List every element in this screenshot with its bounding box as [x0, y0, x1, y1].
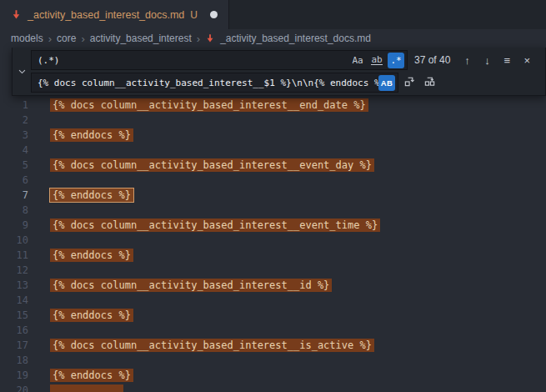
find-match: {% docs column__activity_based_interest_…: [50, 158, 374, 172]
close-find-button[interactable]: ×: [518, 51, 536, 69]
line-number: 19: [0, 369, 28, 381]
line-number: 13: [0, 279, 28, 291]
line-number: 1: [0, 99, 28, 111]
line-number: 15: [0, 309, 28, 321]
line-content[interactable]: {% docs column__activity_based_interest_…: [50, 219, 380, 231]
code-line[interactable]: 17{% docs column__activity_based_interes…: [0, 338, 546, 353]
find-match: {% docs column__activity_based_interest_…: [50, 219, 380, 232]
line-content[interactable]: {% docs column__activity_based_interest_…: [50, 279, 332, 291]
code-line[interactable]: 13{% docs column__activity_based_interes…: [0, 278, 546, 293]
line-number: 10: [0, 234, 28, 246]
toggle-replace-button[interactable]: [13, 50, 31, 93]
line-content[interactable]: {% enddocs %}: [50, 369, 133, 381]
find-match: {% enddocs %}: [50, 309, 133, 322]
breadcrumb-item-file[interactable]: _activity_based_interest_docs.md: [220, 33, 371, 44]
find-match-current: {% enddocs %}: [50, 188, 133, 202]
code-lines: 1{% docs column__activity_based_interest…: [0, 48, 546, 392]
match-count: 37 of 40: [414, 54, 450, 66]
code-line[interactable]: 5{% docs column__activity_based_interest…: [0, 158, 546, 173]
line-content[interactable]: {% enddocs %}: [50, 129, 133, 141]
find-match: {% enddocs %}: [50, 249, 133, 262]
next-match-button[interactable]: ↓: [478, 51, 496, 69]
line-content[interactable]: [50, 384, 123, 392]
line-content[interactable]: {% docs column__activity_based_interest_…: [50, 339, 374, 351]
line-number: 17: [0, 339, 28, 351]
breadcrumb-item-core[interactable]: core: [57, 33, 76, 44]
find-in-selection-button[interactable]: ≡: [498, 51, 516, 69]
code-line[interactable]: 6: [0, 173, 546, 188]
code-line[interactable]: 9{% docs column__activity_based_interest…: [0, 218, 546, 233]
find-row: (.*) Aa ab .* 37 of 40 ↑ ↓ ≡ ×: [31, 50, 542, 70]
find-match: {% docs column__activity_based_interest_…: [50, 279, 332, 292]
breadcrumb-item-folder[interactable]: activity_based_interest: [90, 33, 192, 44]
code-line[interactable]: 10: [0, 233, 546, 248]
code-line[interactable]: 15{% enddocs %}: [0, 308, 546, 323]
tab-bar: _activity_based_interest_docs.md U: [0, 0, 546, 29]
replace-all-icon: [423, 75, 436, 90]
chevron-right-icon: ›: [48, 33, 52, 45]
find-match: {% docs column__activity_based_interest_…: [50, 98, 368, 112]
whole-word-toggle[interactable]: ab: [368, 53, 385, 68]
line-number: 20: [0, 384, 28, 392]
find-match: [50, 384, 123, 392]
code-line[interactable]: 1{% docs column__activity_based_interest…: [0, 98, 546, 113]
modified-indicator[interactable]: [210, 11, 218, 18]
code-line[interactable]: 14: [0, 293, 546, 308]
tab-filename: _activity_based_interest_docs.md: [28, 9, 184, 21]
line-content[interactable]: {% enddocs %}: [50, 309, 133, 321]
find-match: {% enddocs %}: [50, 369, 133, 382]
code-line[interactable]: 18: [0, 353, 546, 368]
code-line[interactable]: 16: [0, 323, 546, 338]
line-number: 5: [0, 159, 28, 171]
markdown-file-icon: [205, 33, 215, 43]
match-case-toggle[interactable]: Aa: [349, 53, 366, 68]
code-line[interactable]: 3{% enddocs %}: [0, 128, 546, 143]
code-line[interactable]: 19{% enddocs %}: [0, 368, 546, 383]
code-line[interactable]: 8: [0, 203, 546, 218]
regex-toggle[interactable]: .*: [388, 53, 404, 68]
line-number: 14: [0, 294, 28, 306]
chevron-right-icon: ›: [81, 33, 84, 45]
line-number: 7: [0, 189, 28, 201]
replace-all-button[interactable]: [420, 73, 438, 92]
find-input[interactable]: (.*) Aa ab .*: [31, 50, 408, 70]
code-line[interactable]: 11{% enddocs %}: [0, 248, 546, 263]
breadcrumb-item-models[interactable]: models: [11, 33, 43, 44]
previous-match-button[interactable]: ↑: [458, 51, 476, 69]
code-line[interactable]: 12: [0, 263, 546, 278]
preserve-case-toggle[interactable]: AB: [378, 75, 395, 91]
code-line[interactable]: 7{% enddocs %}: [0, 188, 546, 203]
line-content[interactable]: {% enddocs %}: [50, 189, 133, 201]
find-query-text: (.*): [38, 55, 60, 66]
whole-word-label: ab: [371, 55, 382, 65]
line-content[interactable]: {% enddocs %}: [50, 249, 133, 261]
chevron-right-icon: ›: [197, 33, 200, 45]
find-match: {% enddocs %}: [50, 128, 133, 142]
chevron-down-icon: [18, 64, 27, 79]
code-line[interactable]: 20: [0, 383, 546, 392]
find-match: {% docs column__activity_based_interest_…: [50, 339, 374, 352]
line-number: 16: [0, 324, 28, 336]
breadcrumb: models › core › activity_based_interest …: [0, 29, 546, 48]
code-line[interactable]: 4: [0, 143, 546, 158]
replace-icon: [403, 75, 416, 90]
line-number: 12: [0, 264, 28, 276]
replace-button[interactable]: [400, 73, 418, 92]
find-replace-widget: (.*) Aa ab .* 37 of 40 ↑ ↓ ≡ × {% docs c…: [12, 48, 546, 96]
git-status-badge: U: [190, 9, 198, 21]
vscode-window: { "tab": { "filename": "_activity_based_…: [0, 0, 546, 392]
editor-tab[interactable]: _activity_based_interest_docs.md U: [0, 0, 229, 29]
line-number: 6: [0, 174, 28, 186]
line-number: 4: [0, 144, 28, 156]
replace-input[interactable]: {% docs column__activity_based_interest_…: [31, 73, 398, 93]
line-number: 18: [0, 354, 28, 366]
editor: (.*) Aa ab .* 37 of 40 ↑ ↓ ≡ × {% docs c…: [0, 48, 546, 392]
line-number: 9: [0, 219, 28, 231]
code-line[interactable]: 2: [0, 113, 546, 128]
line-number: 3: [0, 129, 28, 141]
line-number: 8: [0, 204, 28, 216]
find-options: Aa ab .*: [349, 53, 404, 68]
line-number: 2: [0, 114, 28, 126]
line-content[interactable]: {% docs column__activity_based_interest_…: [50, 99, 368, 111]
line-content[interactable]: {% docs column__activity_based_interest_…: [50, 159, 374, 171]
